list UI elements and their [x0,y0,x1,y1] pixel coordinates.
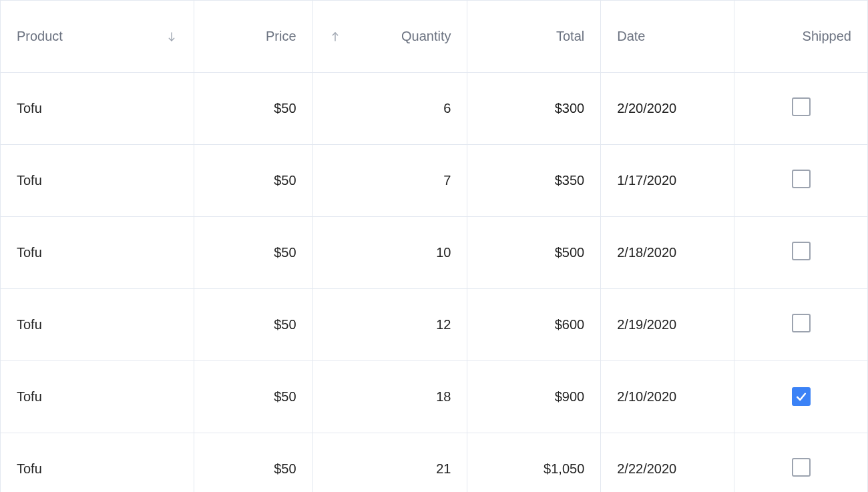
column-header-quantity-label: Quantity [401,29,451,44]
cell-total: $1,050 [467,433,601,493]
cell-quantity: 10 [312,217,467,289]
column-header-price-label: Price [266,29,296,44]
cell-product: Tofu [1,289,194,361]
column-header-date-label: Date [617,29,645,44]
cell-price: $50 [194,145,312,217]
column-header-price[interactable]: Price [194,1,312,73]
cell-price: $50 [194,289,312,361]
cell-shipped [734,361,868,433]
cell-quantity: 18 [312,361,467,433]
table-header: Product Price Quantity [1,1,868,73]
cell-price: $50 [194,433,312,493]
column-header-shipped-label: Shipped [803,29,851,44]
cell-shipped [734,73,868,145]
cell-total: $900 [467,361,601,433]
table-body: Tofu$506$3002/20/2020Tofu$507$3501/17/20… [1,73,868,493]
cell-product: Tofu [1,433,194,493]
table-row: Tofu$5010$5002/18/2020 [1,217,868,289]
table-row: Tofu$5018$9002/10/2020 [1,361,868,433]
column-header-quantity[interactable]: Quantity [312,1,467,73]
cell-date: 2/10/2020 [601,361,734,433]
shipped-checkbox[interactable] [792,97,811,116]
column-header-total[interactable]: Total [467,1,601,73]
table-row: Tofu$5012$6002/19/2020 [1,289,868,361]
shipped-checkbox[interactable] [792,314,811,332]
cell-total: $500 [467,217,601,289]
table-row: Tofu$507$3501/17/2020 [1,145,868,217]
cell-quantity: 7 [312,145,467,217]
arrow-down-icon [166,31,178,43]
column-header-product[interactable]: Product [1,1,194,73]
cell-shipped [734,217,868,289]
cell-date: 2/18/2020 [601,217,734,289]
cell-shipped [734,289,868,361]
cell-quantity: 12 [312,289,467,361]
shipped-checkbox[interactable] [792,387,811,406]
cell-date: 2/19/2020 [601,289,734,361]
shipped-checkbox[interactable] [792,458,811,477]
column-header-date[interactable]: Date [601,1,734,73]
table-row: Tofu$506$3002/20/2020 [1,73,868,145]
orders-table: Product Price Quantity [0,0,868,492]
column-header-shipped[interactable]: Shipped [734,1,868,73]
arrow-up-icon [329,31,341,43]
cell-product: Tofu [1,145,194,217]
cell-date: 1/17/2020 [601,145,734,217]
cell-price: $50 [194,361,312,433]
cell-date: 2/22/2020 [601,433,734,493]
cell-total: $350 [467,145,601,217]
cell-total: $300 [467,73,601,145]
cell-total: $600 [467,289,601,361]
cell-price: $50 [194,217,312,289]
column-header-total-label: Total [556,29,584,44]
column-header-product-label: Product [17,29,63,44]
cell-product: Tofu [1,217,194,289]
cell-shipped [734,433,868,493]
cell-date: 2/20/2020 [601,73,734,145]
cell-price: $50 [194,73,312,145]
table-header-row: Product Price Quantity [1,1,868,73]
cell-shipped [734,145,868,217]
cell-quantity: 21 [312,433,467,493]
cell-product: Tofu [1,361,194,433]
cell-quantity: 6 [312,73,467,145]
shipped-checkbox[interactable] [792,242,811,260]
cell-product: Tofu [1,73,194,145]
table-row: Tofu$5021$1,0502/22/2020 [1,433,868,493]
shipped-checkbox[interactable] [792,170,811,188]
